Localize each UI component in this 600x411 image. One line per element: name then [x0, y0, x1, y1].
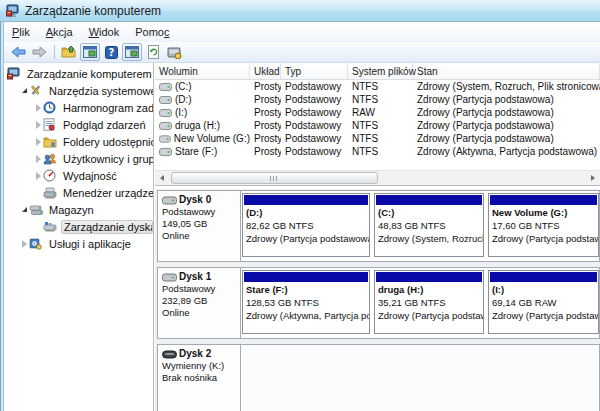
disk-icon: [162, 196, 177, 205]
disk-0-partitions: (D:) 82,62 GB NTFS Zdrowy (Partycja pods…: [241, 191, 599, 261]
partition-d[interactable]: (D:) 82,62 GB NTFS Zdrowy (Partycja pods…: [242, 193, 370, 257]
volume-row-druga-h[interactable]: druga (H:) Prosty Podstawowy NTFS Zdrowy…: [155, 119, 600, 132]
partition-new-volume-g[interactable]: New Volume (G:) 17,60 GB NTFS Zdrowy (Pa…: [488, 193, 599, 257]
details-panel: Wolumin Układ Typ System plików Stan (C:…: [155, 63, 600, 411]
menu-widok[interactable]: Widok: [81, 24, 128, 40]
partition-color-bar: [376, 272, 482, 282]
removable-disk-icon: [162, 350, 177, 359]
expanded-arrow-icon[interactable]: [19, 88, 29, 93]
disk-status: Online: [162, 230, 236, 242]
disk-icon: [162, 273, 177, 282]
partition-color-bar: [376, 195, 482, 205]
task-scheduler-icon: [43, 101, 58, 115]
tree-item-label: Magazyn: [47, 204, 96, 216]
disk-size: 149,05 GB: [162, 218, 236, 230]
show-console-tree-button[interactable]: [59, 43, 79, 61]
console-window-button-2[interactable]: [122, 43, 142, 61]
disk-row-1: Dysk 1 Podstawowy 232,89 GB Online Stare…: [157, 267, 600, 339]
performance-icon: [43, 169, 58, 183]
forward-arrow-icon: [32, 46, 47, 58]
tree-item-disk-management[interactable]: Zarządzanie dyskami: [4, 218, 153, 235]
collapsed-arrow-icon[interactable]: [33, 121, 43, 129]
disk-tool-button[interactable]: [164, 43, 184, 61]
tree-item-label: Podgląd zdarzeń: [61, 119, 148, 131]
menu-pomoc[interactable]: Pomoc: [127, 24, 177, 40]
volume-row-stare-f[interactable]: Stare (F:) Prosty Podstawowy NTFS Zdrowy…: [155, 145, 600, 158]
partition-i[interactable]: (I:) 69,14 GB RAW Zdrowy (Partycja podst…: [488, 270, 599, 334]
collapsed-arrow-icon[interactable]: [19, 240, 29, 248]
collapsed-arrow-icon[interactable]: [33, 104, 43, 112]
collapsed-arrow-icon[interactable]: [33, 155, 43, 163]
title-bar[interactable]: Zarządzanie komputerem: [0, 0, 600, 22]
tree-item-computer-management[interactable]: Zarządzanie komputerem (lokalny): [4, 65, 153, 82]
disk-2-label[interactable]: Dysk 2 Wymienny (K:) Brak nośnika: [158, 345, 241, 411]
partition-druga-h[interactable]: druga (H:) 35,21 GB NTFS Zdrowy (Partycj…: [374, 270, 484, 334]
column-header-wolumin[interactable]: Wolumin: [155, 63, 250, 79]
back-arrow-icon: [11, 46, 26, 58]
tree-item-system-tools[interactable]: Narzędzia systemowe: [4, 82, 153, 99]
disk-status: Brak nośnika: [162, 372, 236, 384]
tree-item-device-manager[interactable]: Menedżer urządzeń: [4, 184, 153, 201]
partition-color-bar: [244, 272, 368, 282]
tree-item-performance[interactable]: Wydajność: [4, 167, 153, 184]
tree-item-services-applications[interactable]: Usługi i aplikacje: [4, 235, 153, 252]
column-header-system-plikow[interactable]: System plików: [348, 63, 413, 79]
show-console-tree-icon: [61, 45, 77, 59]
back-button[interactable]: [8, 43, 28, 61]
forward-button[interactable]: [29, 43, 49, 61]
console-window-button[interactable]: [80, 43, 100, 61]
scrollbar-grip-icon: [270, 176, 279, 181]
partition-stare-f[interactable]: Stare (F:) 128,53 GB NTFS Zdrowy (Aktywn…: [242, 270, 370, 334]
scroll-right-button[interactable]: [586, 172, 600, 184]
volume-icon: [159, 148, 172, 156]
tree-item-label: Wydajność: [61, 170, 119, 182]
svg-text:?: ?: [108, 47, 114, 58]
scroll-left-button[interactable]: [155, 172, 169, 184]
tree-item-event-viewer[interactable]: Podgląd zdarzeń: [4, 116, 153, 133]
refresh-icon: [147, 45, 160, 59]
volume-table-header: Wolumin Układ Typ System plików Stan: [155, 63, 600, 80]
tree-item-local-users-groups[interactable]: Użytkownicy i grupy lokalne: [4, 150, 153, 167]
scroll-right-arrow-icon: [591, 175, 595, 181]
tree-item-task-scheduler[interactable]: Harmonogram zadań: [4, 99, 153, 116]
computer-management-window: Zarządzanie komputerem Plik Akcja Widok …: [0, 0, 600, 411]
menu-akcja[interactable]: Akcja: [38, 24, 81, 40]
tree-item-label: Usługi i aplikacje: [47, 238, 133, 250]
collapsed-arrow-icon[interactable]: [33, 172, 43, 180]
volume-row-c[interactable]: (C:) Prosty Podstawowy NTFS Zdrowy (Syst…: [155, 80, 600, 93]
tree-item-label: Menedżer urządzeń: [61, 187, 153, 199]
help-icon: ?: [105, 46, 118, 59]
tree-item-storage[interactable]: Magazyn: [4, 201, 153, 218]
scrollbar-thumb[interactable]: [171, 172, 378, 184]
expanded-arrow-icon[interactable]: [19, 207, 29, 212]
volume-row-d[interactable]: (D:) Prosty Podstawowy NTFS Zdrowy (Part…: [155, 93, 600, 106]
column-header-stan[interactable]: Stan: [413, 63, 600, 79]
column-header-typ[interactable]: Typ: [281, 63, 348, 79]
system-tools-icon: [29, 84, 44, 98]
disk-0-label[interactable]: Dysk 0 Podstawowy 149,05 GB Online: [158, 191, 241, 261]
storage-icon: [29, 203, 44, 217]
shared-folders-icon: [43, 135, 58, 149]
partition-c[interactable]: (C:) 48,83 GB NTFS Zdrowy (System, Rozru…: [374, 193, 484, 257]
help-button[interactable]: ?: [101, 43, 121, 61]
menu-plik[interactable]: Plik: [4, 24, 38, 40]
disk-row-2: Dysk 2 Wymienny (K:) Brak nośnika: [157, 344, 600, 411]
volume-row-new-volume-g[interactable]: New Volume (G:) Prosty Podstawowy NTFS Z…: [155, 132, 600, 145]
refresh-button[interactable]: [143, 43, 163, 61]
collapsed-arrow-icon[interactable]: [33, 138, 43, 146]
tree-item-shared-folders[interactable]: Foldery udostępnione: [4, 133, 153, 150]
horizontal-scrollbar[interactable]: [155, 170, 600, 185]
tree-item-label: Użytkownicy i grupy lokalne: [61, 153, 153, 165]
menu-bar: Plik Akcja Widok Pomoc: [4, 22, 600, 43]
toolbar: ?: [4, 42, 600, 63]
volume-row-i[interactable]: (I:) Prosty Podstawowy RAW Zdrowy (Party…: [155, 106, 600, 119]
column-header-uklad[interactable]: Układ: [250, 63, 281, 79]
console-tree: Zarządzanie komputerem (lokalny) Narzędz…: [4, 63, 153, 252]
disk-1-label[interactable]: Dysk 1 Podstawowy 232,89 GB Online: [158, 268, 241, 338]
disk-type: Podstawowy: [162, 206, 236, 218]
tree-item-label: Narzędzia systemowe: [47, 85, 153, 97]
content-area: Zarządzanie komputerem (lokalny) Narzędz…: [4, 63, 600, 411]
toolbar-separator: [54, 45, 55, 59]
computer-management-icon: [7, 67, 22, 81]
disk-type: Wymienny (K:): [162, 360, 236, 372]
